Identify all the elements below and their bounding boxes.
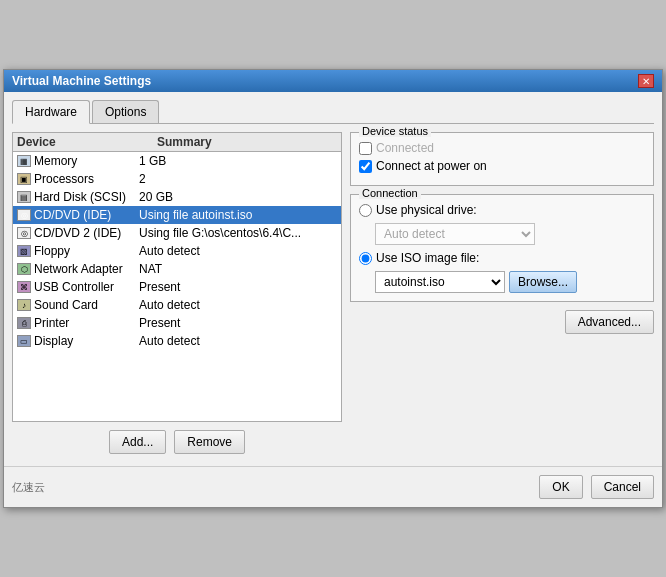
- add-button[interactable]: Add...: [109, 430, 166, 454]
- row-summary-2: 20 GB: [139, 190, 337, 204]
- row-device-name: Printer: [34, 316, 69, 330]
- advanced-row: Advanced...: [350, 310, 654, 334]
- table-row[interactable]: ▣ Processors 2: [13, 170, 341, 188]
- iso-image-radio[interactable]: [359, 252, 372, 265]
- connected-checkbox[interactable]: [359, 142, 372, 155]
- browse-button[interactable]: Browse...: [509, 271, 577, 293]
- row-device-10: ▭ Display: [17, 334, 139, 348]
- row-summary-3: Using file autoinst.iso: [139, 208, 337, 222]
- row-summary-5: Auto detect: [139, 244, 337, 258]
- connection-section: Connection Use physical drive: Auto dete…: [350, 194, 654, 302]
- row-device-name: Display: [34, 334, 73, 348]
- sound-icon: ♪: [17, 299, 31, 311]
- device-status-label: Device status: [359, 125, 431, 137]
- close-button[interactable]: ✕: [638, 74, 654, 88]
- connect-at-power-on-label: Connect at power on: [376, 159, 487, 173]
- cd-icon: ◎: [17, 209, 31, 221]
- row-device-1: ▣ Processors: [17, 172, 139, 186]
- cpu-icon: ▣: [17, 173, 31, 185]
- cd-icon: ◎: [17, 227, 31, 239]
- table-row[interactable]: ♪ Sound Card Auto detect: [13, 296, 341, 314]
- row-device-name: Hard Disk (SCSI): [34, 190, 126, 204]
- row-device-9: ⎙ Printer: [17, 316, 139, 330]
- col-summary-header: Summary: [157, 135, 337, 149]
- title-bar: Virtual Machine Settings ✕: [4, 70, 662, 92]
- device-status-section: Device status Connected Connect at power…: [350, 132, 654, 186]
- connected-row: Connected: [359, 141, 645, 155]
- table-row[interactable]: ▧ Floppy Auto detect: [13, 242, 341, 260]
- table-row[interactable]: ◎ CD/DVD 2 (IDE) Using file G:\os\centos…: [13, 224, 341, 242]
- physical-drive-row: Use physical drive:: [359, 203, 645, 217]
- memory-icon: ▦: [17, 155, 31, 167]
- tab-bar: Hardware Options: [12, 100, 654, 124]
- row-device-0: ▦ Memory: [17, 154, 139, 168]
- auto-detect-row: Auto detect: [375, 223, 645, 245]
- row-device-8: ♪ Sound Card: [17, 298, 139, 312]
- table-row[interactable]: ⌘ USB Controller Present: [13, 278, 341, 296]
- right-panel: Device status Connected Connect at power…: [350, 132, 654, 454]
- iso-row: Use ISO image file:: [359, 251, 645, 265]
- physical-drive-select[interactable]: Auto detect: [375, 223, 535, 245]
- row-device-name: CD/DVD (IDE): [34, 208, 111, 222]
- row-device-2: ▤ Hard Disk (SCSI): [17, 190, 139, 204]
- floppy-icon: ▧: [17, 245, 31, 257]
- iso-image-label: Use ISO image file:: [376, 251, 479, 265]
- connection-label: Connection: [359, 187, 421, 199]
- row-device-name: Floppy: [34, 244, 70, 258]
- row-device-name: Network Adapter: [34, 262, 123, 276]
- row-device-name: USB Controller: [34, 280, 114, 294]
- window-content: Hardware Options Device Summary ▦ Memory…: [4, 92, 662, 462]
- row-summary-1: 2: [139, 172, 337, 186]
- advanced-button[interactable]: Advanced...: [565, 310, 654, 334]
- display-icon: ▭: [17, 335, 31, 347]
- ok-button[interactable]: OK: [539, 475, 582, 499]
- row-device-name: CD/DVD 2 (IDE): [34, 226, 121, 240]
- connect-at-power-on-checkbox[interactable]: [359, 160, 372, 173]
- row-device-name: Sound Card: [34, 298, 98, 312]
- table-header: Device Summary: [13, 133, 341, 152]
- row-summary-9: Present: [139, 316, 337, 330]
- connected-label: Connected: [376, 141, 434, 155]
- bottom-buttons: Add... Remove: [12, 430, 342, 454]
- device-list-container: Device Summary ▦ Memory 1 GB ▣ Processor…: [12, 132, 342, 422]
- remove-button[interactable]: Remove: [174, 430, 245, 454]
- row-summary-4: Using file G:\os\centos\6.4\C...: [139, 226, 337, 240]
- tab-options[interactable]: Options: [92, 100, 159, 123]
- row-device-name: Processors: [34, 172, 94, 186]
- usb-icon: ⌘: [17, 281, 31, 293]
- power-on-row: Connect at power on: [359, 159, 645, 173]
- window-title: Virtual Machine Settings: [12, 74, 151, 88]
- row-summary-0: 1 GB: [139, 154, 337, 168]
- disk-icon: ▤: [17, 191, 31, 203]
- table-row[interactable]: ▤ Hard Disk (SCSI) 20 GB: [13, 188, 341, 206]
- iso-select[interactable]: autoinst.iso: [375, 271, 505, 293]
- row-summary-8: Auto detect: [139, 298, 337, 312]
- main-window: Virtual Machine Settings ✕ Hardware Opti…: [3, 69, 663, 508]
- tab-hardware[interactable]: Hardware: [12, 100, 90, 124]
- title-bar-controls: ✕: [638, 74, 654, 88]
- table-row[interactable]: ⬡ Network Adapter NAT: [13, 260, 341, 278]
- row-device-4: ◎ CD/DVD 2 (IDE): [17, 226, 139, 240]
- cancel-button[interactable]: Cancel: [591, 475, 654, 499]
- physical-drive-radio[interactable]: [359, 204, 372, 217]
- main-area: Device Summary ▦ Memory 1 GB ▣ Processor…: [12, 132, 654, 454]
- table-row[interactable]: ⎙ Printer Present: [13, 314, 341, 332]
- row-device-5: ▧ Floppy: [17, 244, 139, 258]
- printer-icon: ⎙: [17, 317, 31, 329]
- device-rows: ▦ Memory 1 GB ▣ Processors 2 ▤ Hard Disk…: [13, 152, 341, 350]
- row-summary-6: NAT: [139, 262, 337, 276]
- row-summary-7: Present: [139, 280, 337, 294]
- row-device-3: ◎ CD/DVD (IDE): [17, 208, 139, 222]
- net-icon: ⬡: [17, 263, 31, 275]
- row-device-7: ⌘ USB Controller: [17, 280, 139, 294]
- table-row[interactable]: ▦ Memory 1 GB: [13, 152, 341, 170]
- physical-drive-label: Use physical drive:: [376, 203, 477, 217]
- footer: 亿速云 OK Cancel: [4, 466, 662, 507]
- table-row[interactable]: ◎ CD/DVD (IDE) Using file autoinst.iso: [13, 206, 341, 224]
- iso-browse-row: autoinst.iso Browse...: [375, 271, 645, 293]
- col-device-header: Device: [17, 135, 157, 149]
- left-panel: Device Summary ▦ Memory 1 GB ▣ Processor…: [12, 132, 342, 454]
- row-device-name: Memory: [34, 154, 77, 168]
- row-summary-10: Auto detect: [139, 334, 337, 348]
- table-row[interactable]: ▭ Display Auto detect: [13, 332, 341, 350]
